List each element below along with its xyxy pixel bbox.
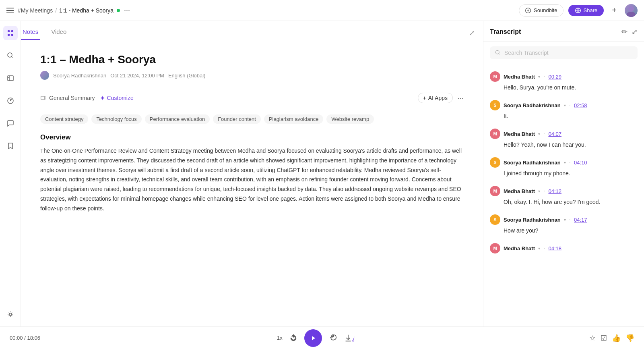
soundbite-button[interactable]: Soundbite [519,4,564,17]
sidebar-icon-home[interactable] [3,26,18,40]
entry-dot: · [569,216,571,223]
transcript-entry: M Medha Bhatt ▾ · 00:29 Hello, Surya, yo… [483,67,644,96]
time-total: 18:06 [27,335,40,341]
summary-bar: General Summary ✦ Customize + AI Apps ··… [40,93,464,108]
meeting-language: English (Global) [168,73,206,79]
expand-transcript-icon[interactable]: ⤢ [632,27,638,36]
entry-avatar: M [490,186,500,196]
breadcrumb: #My Meetings / 1:1 - Medha + Soorya [18,7,120,14]
customize-button[interactable]: ✦ Customize [100,94,134,102]
bottom-bar: 00:00 / 18:06 1x ↓ ☆ ☑ 👍 👎 [0,326,644,349]
more-options-icon[interactable]: ··· [124,6,130,15]
ai-apps-button[interactable]: + AI Apps [418,93,453,103]
share-button[interactable]: Share [568,5,604,16]
tag-item[interactable]: Website revamp [326,114,374,124]
plus-icon: + [423,95,426,101]
entry-timestamp[interactable]: 02:58 [574,102,587,108]
topbar: #My Meetings / 1:1 - Medha + Soorya ··· … [0,0,644,21]
tag-item[interactable]: Content strategy [40,114,88,124]
overview-title: Overview [40,133,464,141]
entry-chevron-icon: ▾ [538,75,540,79]
breadcrumb-root[interactable]: #My Meetings [18,7,53,14]
menu-icon[interactable] [6,8,14,13]
download-button[interactable]: ↓ [344,334,353,343]
entry-dot: · [543,188,545,194]
entry-text: How are you? [490,226,638,235]
thumbdown-icon[interactable]: 👎 [625,334,634,343]
avatar[interactable] [625,4,638,17]
sidebar-icon-bookmarks[interactable] [3,139,18,153]
expand-icon[interactable]: ⤢ [469,29,475,37]
transcript-search-box[interactable] [490,46,638,59]
tag-item[interactable]: Technology focus [91,114,141,124]
play-button[interactable] [304,329,322,347]
svg-point-3 [627,12,636,17]
entry-dot: · [543,245,545,251]
video-icon [40,95,47,101]
entry-speaker: Soorya Radhakrishnan [504,160,561,166]
sparkle-icon: ✦ [100,94,105,102]
transcript-entry: S Soorya Radhakrishnan ▾ · 04:17 How are… [483,210,644,239]
entry-dot: · [543,73,545,80]
more-button[interactable]: ··· [458,94,464,102]
tag-item[interactable]: Founder content [213,114,261,124]
edit-icon[interactable]: ✏ [621,27,627,36]
entry-speaker: Medha Bhatt [504,245,535,251]
online-indicator [117,9,120,12]
speed-button[interactable]: 1x [277,335,283,341]
rewind-button[interactable] [289,334,298,343]
transcript-list: M Medha Bhatt ▾ · 00:29 Hello, Surya, yo… [483,64,644,326]
entry-chevron-icon: ▾ [564,218,566,222]
tab-video[interactable]: Video [50,26,68,40]
transcript-title: Transcript [490,28,521,35]
transcript-entry: S Soorya Radhakrishnan ▾ · 04:10 I joine… [483,153,644,182]
general-summary-item[interactable]: General Summary [40,95,95,101]
sidebar-icon-settings[interactable] [3,307,18,322]
main-layout: Notes Video ⤢ 1:1 – Medha + Soorya Soory… [0,21,644,326]
globe-icon [575,7,581,14]
rewind-icon [289,334,298,343]
checklist-icon[interactable]: ☑ [601,334,607,343]
star-icon[interactable]: ☆ [589,334,596,343]
sidebar-icon-search[interactable] [3,48,18,63]
meeting-title: 1:1 – Medha + Soorya [40,53,464,66]
topbar-left: #My Meetings / 1:1 - Medha + Soorya ··· [6,6,130,15]
add-button[interactable]: + [609,4,620,17]
svg-rect-6 [8,34,10,36]
search-transcript-input[interactable] [504,50,633,56]
time-current: 00:00 [10,335,23,341]
sidebar-icon-library[interactable] [3,71,18,85]
content-area: Notes Video ⤢ 1:1 – Medha + Soorya Soory… [21,21,483,326]
meeting-author: Soorya Radhakrishnan [53,73,106,79]
search-icon [495,50,501,56]
entry-speaker: Soorya Radhakrishnan [504,217,561,223]
svg-rect-9 [8,76,13,81]
entry-timestamp[interactable]: 00:29 [548,74,561,80]
entry-avatar: S [490,214,500,225]
entry-text: It. [490,112,638,120]
transcript-panel: Transcript ✏ ⤢ M Medha Bhatt ▾ · 00:29 H… [483,21,644,326]
tag-item[interactable]: Plagiarism avoidance [264,114,324,124]
entry-chevron-icon: ▾ [538,246,540,251]
entry-text: I joined through my phone. [490,169,638,178]
entry-speaker: Soorya Radhakrishnan [504,102,561,108]
forward-button[interactable] [328,334,337,343]
transcript-entry: M Medha Bhatt ▾ · 04:18 [483,239,644,259]
entry-text: Oh, okay. I. Hi, how are you? I'm good. [490,198,638,206]
entry-timestamp[interactable]: 04:12 [548,188,561,194]
entry-chevron-icon: ▾ [538,189,540,193]
entry-chevron-icon: ▾ [564,160,566,165]
sidebar-icon-chat[interactable] [3,116,18,131]
tag-item[interactable]: Performance evaluation [145,114,210,124]
entry-timestamp[interactable]: 04:17 [574,217,587,223]
entry-timestamp[interactable]: 04:18 [548,245,561,251]
entry-timestamp[interactable]: 04:07 [548,131,561,137]
entry-text: Hello, Surya, you're on mute. [490,83,638,92]
entry-timestamp[interactable]: 04:10 [574,160,587,166]
entry-speaker: Medha Bhatt [504,74,535,80]
sidebar-icon-analytics[interactable] [3,93,18,108]
thumbup-icon[interactable]: 👍 [612,334,621,343]
tab-notes[interactable]: Notes [21,26,40,40]
entry-dot: · [543,131,545,137]
breadcrumb-sep: / [55,7,57,14]
